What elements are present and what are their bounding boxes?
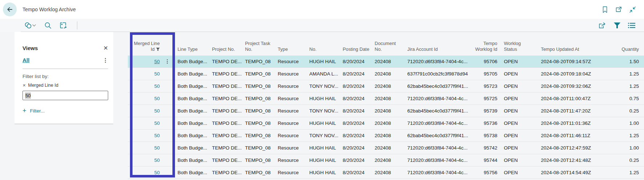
cell-no[interactable]: TONY NOV... [307, 80, 340, 92]
cell-worklog_status[interactable]: OPEN [497, 117, 537, 129]
cell-worklog_status[interactable]: OPEN [497, 68, 537, 80]
cell-line_type[interactable]: Both Budge... [175, 167, 209, 179]
column-header-quantity[interactable]: Quantity [611, 46, 644, 56]
cell-tempo_worklog_id[interactable]: 95736 [470, 117, 497, 129]
column-header-document_no[interactable]: Document No. [372, 41, 405, 56]
cell-no[interactable]: HUGH HAIL [307, 167, 340, 179]
cell-worklog_status[interactable]: OPEN [497, 154, 537, 166]
cell-tempo_worklog_id[interactable]: 95705 [470, 68, 497, 80]
cell-merged_line_id[interactable]: 50 [128, 68, 175, 80]
collapse-icon[interactable] [629, 6, 636, 13]
cell-tempo_worklog_id[interactable]: 95706 [470, 56, 497, 68]
cell-posting_date[interactable]: 8/20/2024 [340, 117, 372, 129]
cell-tempo_updated_at[interactable]: 2024-08-20T09:18:04Z [537, 68, 611, 80]
cell-line_type[interactable]: Both Budge... [175, 130, 209, 142]
cell-project_task_no[interactable]: TEMPO_08 [242, 167, 275, 179]
cell-tempo_updated_at[interactable]: 2024-08-20T11:01:36Z [537, 117, 611, 129]
analyze-icon[interactable] [60, 22, 67, 29]
merged-line-id-link[interactable]: 50 [154, 80, 160, 92]
cell-posting_date[interactable]: 8/20/2024 [340, 80, 372, 92]
cell-type[interactable]: Resource [275, 167, 307, 179]
cell-posting_date[interactable]: 8/20/2024 [340, 105, 372, 117]
cell-merged_line_id[interactable]: 50 [128, 80, 175, 92]
merged-line-id-link[interactable]: 50 [154, 93, 160, 105]
filter-icon[interactable] [614, 22, 621, 29]
cell-type[interactable]: Resource [275, 142, 307, 154]
column-header-no[interactable]: No. [307, 46, 340, 56]
cell-project_no[interactable]: TEMPO DE... [209, 68, 242, 80]
cell-project_no[interactable]: TEMPO DE... [209, 167, 242, 179]
cell-quantity[interactable]: 0.75 [611, 93, 644, 105]
cell-document_no[interactable]: 202408 [372, 130, 405, 142]
table-row[interactable]: 50Both Budge...TEMPO DE...TEMPO_08Resour… [128, 68, 644, 80]
share-icon[interactable] [598, 22, 606, 29]
cell-tempo_worklog_id[interactable]: 95725 [470, 93, 497, 105]
cell-tempo_worklog_id[interactable]: 95739 [470, 105, 497, 117]
cell-tempo_updated_at[interactable]: 2024-08-20T09:32:06Z [537, 80, 611, 92]
cell-worklog_status[interactable]: OPEN [497, 142, 537, 154]
cell-quantity[interactable]: 1.00 [611, 117, 644, 129]
cell-type[interactable]: Resource [275, 154, 307, 166]
cell-merged_line_id[interactable]: 50 [128, 93, 175, 105]
column-header-tempo_worklog_id[interactable]: Tempo Worklog Id [470, 41, 497, 56]
cell-type[interactable]: Resource [275, 105, 307, 117]
merged-line-id-link[interactable]: 50 [154, 105, 160, 117]
cell-tempo_updated_at[interactable]: 2024-08-20T14:54:49Z [537, 167, 611, 179]
cell-tempo_worklog_id[interactable]: 95723 [470, 80, 497, 92]
column-header-posting_date[interactable]: Posting Date [340, 46, 372, 56]
cell-jira_account_id[interactable]: 62bab45bec4c0d377f9f41... [405, 105, 470, 117]
column-header-worklog_status[interactable]: Worklog Status [497, 41, 537, 56]
cell-project_task_no[interactable]: TEMPO_08 [242, 105, 275, 117]
cell-project_task_no[interactable]: TEMPO_08 [242, 130, 275, 142]
cell-project_task_no[interactable]: TEMPO_08 [242, 117, 275, 129]
cell-posting_date[interactable]: 8/20/2024 [340, 167, 372, 179]
table-row[interactable]: 50⋮Both Budge...TEMPO DE...TEMPO_08Resou… [128, 56, 644, 68]
cell-type[interactable]: Resource [275, 68, 307, 80]
table-row[interactable]: 50Both Budge...TEMPO DE...TEMPO_08Resour… [128, 80, 644, 93]
cell-type[interactable]: Resource [275, 93, 307, 105]
column-header-tempo_updated_at[interactable]: Tempo Updated At [537, 46, 611, 56]
cell-project_task_no[interactable]: TEMPO_08 [242, 68, 275, 80]
cell-jira_account_id[interactable]: 712020:d6f33f84-7404-4c... [405, 56, 470, 68]
cell-line_type[interactable]: Both Budge... [175, 154, 209, 166]
cell-jira_account_id[interactable]: 62bab45bec4c0d377f9f41... [405, 130, 470, 142]
cell-project_task_no[interactable]: TEMPO_08 [242, 154, 275, 166]
cell-jira_account_id[interactable]: 712020:d6f33f84-7404-4c... [405, 167, 470, 179]
merged-line-id-link[interactable]: 50 [154, 130, 160, 142]
table-row[interactable]: 50Both Budge...TEMPO DE...TEMPO_08Resour… [128, 105, 644, 117]
cell-project_no[interactable]: TEMPO DE... [209, 130, 242, 142]
cell-jira_account_id[interactable]: 712020:d6f33f84-7404-4c... [405, 142, 470, 154]
open-in-new-window-icon[interactable] [615, 6, 622, 13]
merged-line-id-link[interactable]: 50 [154, 56, 160, 68]
cell-document_no[interactable]: 202408 [372, 80, 405, 92]
cell-line_type[interactable]: Both Budge... [175, 80, 209, 92]
table-row[interactable]: 50Both Budge...TEMPO DE...TEMPO_08Resour… [128, 130, 644, 142]
cell-posting_date[interactable]: 8/20/2024 [340, 68, 372, 80]
cell-document_no[interactable]: 202408 [372, 93, 405, 105]
cell-line_type[interactable]: Both Budge... [175, 68, 209, 80]
column-header-jira_account_id[interactable]: Jira Account Id [405, 46, 470, 56]
cell-worklog_status[interactable]: OPEN [497, 93, 537, 105]
cell-no[interactable]: HUGH HAIL [307, 56, 340, 68]
cell-no[interactable]: HUGH HAIL [307, 142, 340, 154]
cell-jira_account_id[interactable]: 62bab45bec4c0d377f9f41... [405, 80, 470, 92]
cell-worklog_status[interactable]: OPEN [497, 167, 537, 179]
merged-line-id-link[interactable]: 50 [154, 167, 160, 179]
cell-document_no[interactable]: 202408 [372, 68, 405, 80]
cell-project_no[interactable]: TEMPO DE... [209, 154, 242, 166]
table-row[interactable]: 50Both Budge...TEMPO DE...TEMPO_08Resour… [128, 142, 644, 154]
column-header-type[interactable]: Type [275, 46, 307, 56]
cell-tempo_updated_at[interactable]: 2024-08-20T11:46:11Z [537, 130, 611, 142]
cell-posting_date[interactable]: 8/20/2024 [340, 130, 372, 142]
cell-tempo_worklog_id[interactable]: 95744 [470, 154, 497, 166]
cell-worklog_status[interactable]: OPEN [497, 56, 537, 68]
cell-project_task_no[interactable]: TEMPO_08 [242, 80, 275, 92]
cell-no[interactable]: AMANDA L... [307, 68, 340, 80]
remove-filter-icon[interactable]: ✕ [23, 83, 26, 88]
cell-tempo_worklog_id[interactable]: 95756 [470, 167, 497, 179]
merged-line-id-filter-input[interactable]: 50 [23, 91, 108, 100]
cell-posting_date[interactable]: 8/20/2024 [340, 93, 372, 105]
cell-type[interactable]: Resource [275, 56, 307, 68]
cell-project_task_no[interactable]: TEMPO_08 [242, 56, 275, 68]
cell-type[interactable]: Resource [275, 80, 307, 92]
